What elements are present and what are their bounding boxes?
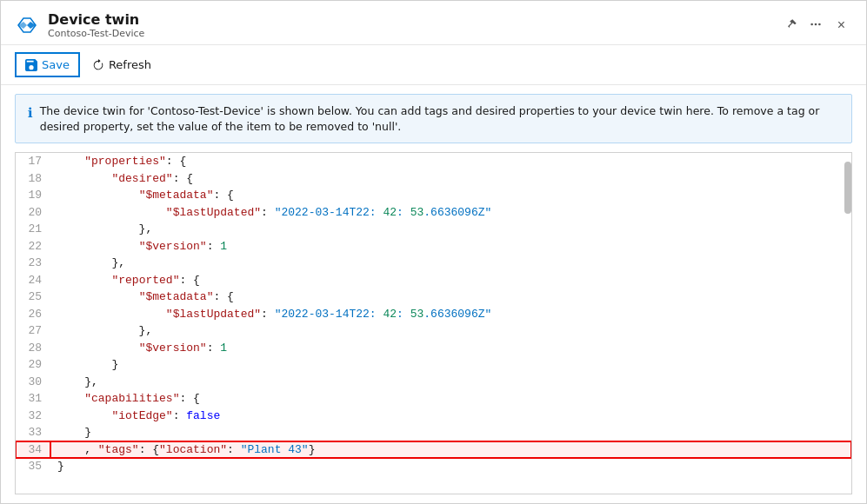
pin-button[interactable] [782,15,801,36]
svg-point-2 [814,23,817,25]
more-options-button[interactable] [806,15,825,36]
line-code: "$lastUpdated": "2022-03-14T22: 42: 53.6… [50,204,851,222]
line-number: 30 [16,374,50,391]
line-number: 20 [16,204,50,222]
save-button[interactable]: Save [15,52,80,77]
line-code: "$metadata": { [50,288,851,306]
toolbar: Save Refresh [1,45,866,85]
line-number: 26 [16,306,50,323]
line-code: "$version": 1 [50,340,851,357]
app-icon [15,13,39,37]
line-code: "$lastUpdated": "2022-03-14T22: 42: 53.6… [50,306,851,323]
line-code: }, [50,221,851,238]
line-number: 32 [16,408,50,425]
line-code: "desired": { [50,170,851,188]
line-number: 31 [16,390,50,408]
line-code: "$metadata": { [50,187,851,204]
line-number: 18 [16,170,50,188]
header-icons: × [782,14,852,36]
line-number: 35 [16,458,50,475]
vertical-scrollbar[interactable] [844,162,851,214]
info-text: The device twin for 'Contoso-Test-Device… [40,103,839,134]
line-number: 22 [16,238,50,255]
line-number: 33 [16,424,50,441]
line-number: 34 [16,441,50,459]
line-number: 19 [16,187,50,204]
line-number: 24 [16,272,50,289]
svg-point-3 [818,23,821,25]
device-twin-panel: Device twin Contoso-Test-Device × Save [0,0,867,504]
refresh-button[interactable]: Refresh [83,54,160,76]
editor-content[interactable]: 17 "properties": {18 "desired": {19 "$me… [16,153,851,494]
line-code: }, [50,322,851,340]
panel-title-group: Device twin Contoso-Test-Device [48,11,144,39]
line-code: "iotEdge": false [50,408,851,425]
line-code: , "tags": {"location": "Plant 43"} [50,441,851,459]
line-code: } [50,424,851,441]
panel-header-left: Device twin Contoso-Test-Device [15,11,144,39]
panel-header: Device twin Contoso-Test-Device × [1,1,866,45]
save-icon [25,59,37,71]
refresh-icon [92,59,104,71]
line-code: }, [50,374,851,391]
save-label: Save [42,58,70,71]
code-table: 17 "properties": {18 "desired": {19 "$me… [16,153,851,475]
line-number: 29 [16,356,50,374]
line-code: "$version": 1 [50,238,851,255]
line-code: "reported": { [50,272,851,289]
close-button[interactable]: × [830,14,852,36]
line-code: "capabilities": { [50,390,851,408]
line-code: "properties": { [50,153,851,170]
line-number: 27 [16,322,50,340]
line-code: } [50,356,851,374]
line-number: 21 [16,221,50,238]
panel-title: Device twin [48,11,144,28]
svg-point-1 [810,23,813,25]
editor-area: 17 "properties": {18 "desired": {19 "$me… [15,152,852,494]
info-bar: ℹ The device twin for 'Contoso-Test-Devi… [15,94,852,143]
line-number: 28 [16,340,50,357]
line-number: 25 [16,288,50,306]
panel-subtitle: Contoso-Test-Device [48,28,144,39]
line-number: 17 [16,153,50,170]
line-code: }, [50,255,851,272]
line-number: 23 [16,255,50,272]
line-code: } [50,458,851,475]
refresh-label: Refresh [109,58,151,71]
info-icon: ℹ [28,104,33,123]
